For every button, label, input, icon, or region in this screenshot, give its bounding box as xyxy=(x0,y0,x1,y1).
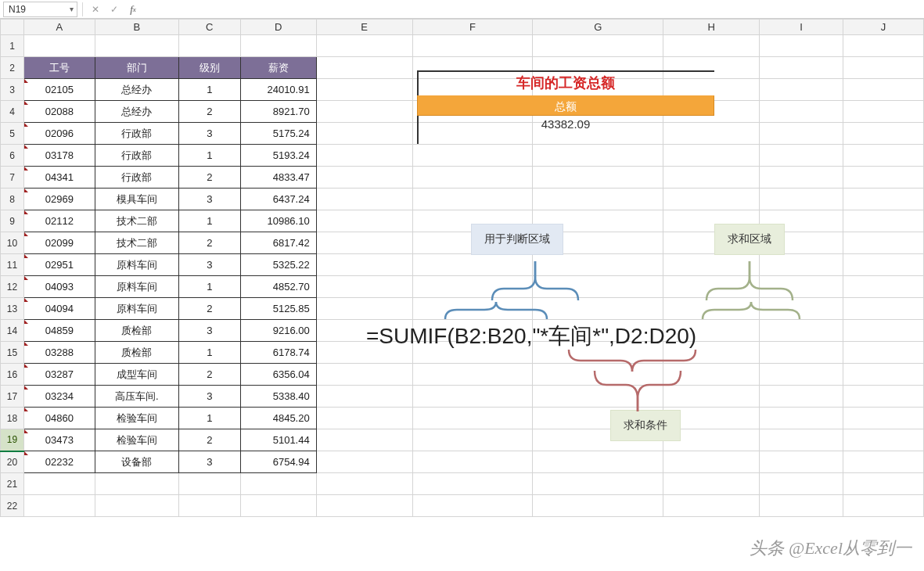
cell-F21[interactable] xyxy=(412,473,533,495)
cell-J20[interactable] xyxy=(843,451,924,473)
row-head-9[interactable]: 9 xyxy=(1,210,24,232)
row-head-19[interactable]: 19 xyxy=(1,429,24,451)
cell-D17[interactable]: 5338.40 xyxy=(240,386,316,408)
cell-G12[interactable] xyxy=(533,276,663,298)
cell-C15[interactable]: 1 xyxy=(178,342,240,364)
row-head-17[interactable]: 17 xyxy=(1,386,24,408)
cell-J1[interactable] xyxy=(843,35,924,57)
cell-B21[interactable] xyxy=(95,473,178,495)
cell-I10[interactable] xyxy=(760,232,843,254)
cell-C3[interactable]: 1 xyxy=(178,79,240,101)
cell-I19[interactable] xyxy=(760,429,843,451)
cell-B1[interactable] xyxy=(95,35,178,57)
cell-D13[interactable]: 5125.85 xyxy=(240,298,316,320)
cell-I4[interactable] xyxy=(760,101,843,123)
cell-E19[interactable] xyxy=(316,429,412,451)
cell-F19[interactable] xyxy=(412,429,533,451)
cell-D18[interactable]: 4845.20 xyxy=(240,408,316,429)
row-head-22[interactable]: 22 xyxy=(1,495,24,517)
cell-C2[interactable]: 级别 xyxy=(178,57,240,79)
cell-A8[interactable]: 02969 xyxy=(23,189,95,210)
cell-F14[interactable] xyxy=(412,320,533,342)
cell-F9[interactable] xyxy=(412,210,533,232)
cell-I22[interactable] xyxy=(760,495,843,517)
cell-A3[interactable]: 02105 xyxy=(23,79,95,101)
cell-C22[interactable] xyxy=(178,495,240,517)
cell-G21[interactable] xyxy=(533,473,663,495)
cell-J12[interactable] xyxy=(843,276,924,298)
cell-C7[interactable]: 2 xyxy=(178,167,240,189)
cell-F18[interactable] xyxy=(412,408,533,429)
row-head-7[interactable]: 7 xyxy=(1,167,24,189)
cell-G4[interactable] xyxy=(533,101,663,123)
cell-J19[interactable] xyxy=(843,429,924,451)
row-head-13[interactable]: 13 xyxy=(1,298,24,320)
cell-F20[interactable] xyxy=(412,451,533,473)
cell-J13[interactable] xyxy=(843,298,924,320)
cell-E15[interactable] xyxy=(316,342,412,364)
cell-A16[interactable]: 03287 xyxy=(23,364,95,386)
cell-A9[interactable]: 02112 xyxy=(23,210,95,232)
col-head-B[interactable]: B xyxy=(95,20,178,35)
cell-B4[interactable]: 总经办 xyxy=(95,101,178,123)
cell-B6[interactable]: 行政部 xyxy=(95,145,178,167)
cell-J2[interactable] xyxy=(843,57,924,79)
row-head-10[interactable]: 10 xyxy=(1,232,24,254)
cell-D20[interactable]: 6754.94 xyxy=(240,451,316,473)
cell-G11[interactable] xyxy=(533,254,663,276)
cell-F15[interactable] xyxy=(412,342,533,364)
row-head-15[interactable]: 15 xyxy=(1,342,24,364)
row-head-2[interactable]: 2 xyxy=(1,57,24,79)
cell-A11[interactable]: 02951 xyxy=(23,254,95,276)
cell-D8[interactable]: 6437.24 xyxy=(240,189,316,210)
cell-H14[interactable] xyxy=(663,320,760,342)
row-head-16[interactable]: 16 xyxy=(1,364,24,386)
chevron-down-icon[interactable]: ▾ xyxy=(70,5,74,13)
cell-D14[interactable]: 9216.00 xyxy=(240,320,316,342)
cell-E5[interactable] xyxy=(316,123,412,145)
cell-H6[interactable] xyxy=(663,145,760,167)
cell-B20[interactable]: 设备部 xyxy=(95,451,178,473)
cell-E17[interactable] xyxy=(316,386,412,408)
cell-F2[interactable] xyxy=(412,57,533,79)
cell-I21[interactable] xyxy=(760,473,843,495)
cell-A1[interactable] xyxy=(23,35,95,57)
cell-G2[interactable] xyxy=(533,57,663,79)
cell-F10[interactable] xyxy=(412,232,533,254)
cell-J10[interactable] xyxy=(843,232,924,254)
cell-A5[interactable]: 02096 xyxy=(23,123,95,145)
cell-E14[interactable] xyxy=(316,320,412,342)
cell-D6[interactable]: 5193.24 xyxy=(240,145,316,167)
cell-H20[interactable] xyxy=(663,451,760,473)
cell-C17[interactable]: 3 xyxy=(178,386,240,408)
cell-F22[interactable] xyxy=(412,495,533,517)
col-head-E[interactable]: E xyxy=(316,20,412,35)
cell-J8[interactable] xyxy=(843,189,924,210)
cell-A19[interactable]: 03473 xyxy=(23,429,95,451)
cell-D1[interactable] xyxy=(240,35,316,57)
cell-E9[interactable] xyxy=(316,210,412,232)
row-head-20[interactable]: 20 xyxy=(1,451,24,473)
row-head-1[interactable]: 1 xyxy=(1,35,24,57)
select-all-corner[interactable] xyxy=(1,20,24,35)
cell-C18[interactable]: 1 xyxy=(178,408,240,429)
cell-H21[interactable] xyxy=(663,473,760,495)
cell-J7[interactable] xyxy=(843,167,924,189)
cell-G17[interactable] xyxy=(533,386,663,408)
cell-I13[interactable] xyxy=(760,298,843,320)
cell-A4[interactable]: 02088 xyxy=(23,101,95,123)
cell-F16[interactable] xyxy=(412,364,533,386)
cell-E21[interactable] xyxy=(316,473,412,495)
cell-F12[interactable] xyxy=(412,276,533,298)
cell-B22[interactable] xyxy=(95,495,178,517)
cell-D16[interactable]: 6356.04 xyxy=(240,364,316,386)
cell-D9[interactable]: 10986.10 xyxy=(240,210,316,232)
cell-H7[interactable] xyxy=(663,167,760,189)
cell-I11[interactable] xyxy=(760,254,843,276)
cell-C5[interactable]: 3 xyxy=(178,123,240,145)
cell-H3[interactable] xyxy=(663,79,760,101)
cell-I6[interactable] xyxy=(760,145,843,167)
cell-I16[interactable] xyxy=(760,364,843,386)
cell-B9[interactable]: 技术二部 xyxy=(95,210,178,232)
cell-I2[interactable] xyxy=(760,57,843,79)
